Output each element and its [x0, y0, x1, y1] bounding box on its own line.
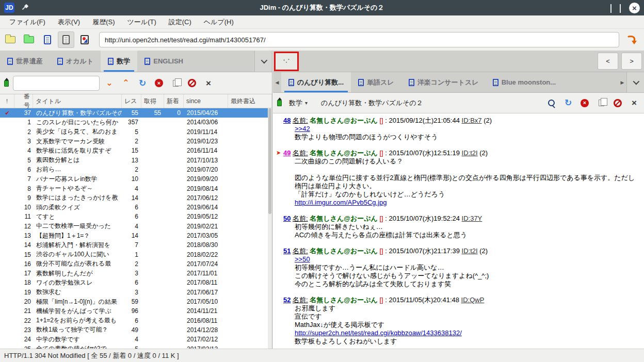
thread-list-row[interactable]: 1 このスレが目についたら何か 357 2014/03/06 [0, 118, 272, 127]
post-number-link[interactable]: 52 [283, 296, 291, 304]
menu-item[interactable]: 設定(C) [164, 16, 197, 28]
post-number-link[interactable]: 48 [283, 117, 291, 124]
maximize-button[interactable] [620, 4, 621, 12]
col-since[interactable]: since [184, 94, 228, 108]
thread-tab[interactable]: 単語スレ [351, 72, 401, 92]
thread-list-button[interactable] [39, 31, 56, 48]
minimize-button[interactable] [610, 4, 611, 12]
thread-list-row[interactable]: 4 数学板に活気を取り戻すぞ 15 2016/11/14 [0, 146, 272, 155]
menu-item[interactable]: 履歴(S) [87, 16, 120, 28]
col-title[interactable]: タイトル [33, 94, 122, 108]
write-pencil-icon[interactable] [3, 78, 10, 88]
post-number-link[interactable]: 51 [283, 247, 291, 255]
close-tab-button[interactable]: × [202, 76, 215, 90]
thread-tab[interactable]: のんびり算数... [281, 72, 351, 92]
board-tab-menu-button[interactable] [254, 51, 272, 72]
post-id-link[interactable]: ID:t2I [462, 247, 478, 255]
thread-list-row[interactable]: 23 数検1級って独学で可能？ 49 2014/12/28 [0, 325, 272, 335]
menu-item[interactable]: ファイル(F) [4, 16, 51, 28]
image-icon [81, 35, 89, 44]
stop-load-button[interactable]: × [152, 76, 166, 90]
thread-list-row[interactable]: 16 微分不可能な点が表れる最 2 2017/07/24 [0, 259, 272, 269]
thread-list-row[interactable]: 9 数学にはまったきっかけを教 14 2017/06/12 [0, 193, 272, 203]
thread-list-row[interactable]: 6 お前ら… 2 2019/07/20 [0, 165, 272, 174]
search-button[interactable] [545, 96, 558, 110]
row-res: 10 [122, 175, 141, 183]
thread-tab[interactable]: Blue moonston... [486, 72, 563, 92]
bbs-list-button[interactable] [2, 31, 19, 48]
col-new[interactable]: 新着 [164, 94, 184, 108]
thread-list-row[interactable]: 10 頭の柔軟クイズ 6 2019/06/14 [0, 203, 272, 212]
board-select[interactable]: 数学 ▾ [286, 96, 311, 110]
url-input[interactable] [99, 32, 619, 47]
favorites-button[interactable] [21, 31, 37, 48]
thread-list-row[interactable]: 2 美少女「ほら見て、私のおま 5 2019/11/14 [0, 127, 272, 137]
thread-tab[interactable]: 洋楽コンサートスレ [401, 72, 486, 92]
search-prev-button[interactable]: ⌃ [119, 76, 133, 90]
thread-tab-menu-button[interactable] [626, 72, 644, 92]
post-id-link[interactable]: ID:QwP [461, 296, 485, 304]
reload-button[interactable]: ↻ [136, 76, 149, 90]
thread-list-row[interactable]: 19 数強求む 3 2017/06/17 [0, 288, 272, 297]
thread-list-row[interactable]: 14 杉浦解析入門・解析演習を 7 2018/08/30 [0, 240, 272, 250]
thread-list-row[interactable]: 8 青チャートやるぞ～ 4 2019/08/14 [0, 184, 272, 193]
post-number-link[interactable]: 50 [283, 215, 291, 222]
thread-list-row[interactable]: 18 ワイの数学勉強スレ 6 2017/08/11 [0, 278, 272, 287]
close-button[interactable]: × [629, 3, 640, 13]
thread-list-row[interactable]: 13 【超難問】1＋1=？ 14 2017/03/05 [0, 231, 272, 240]
image-tab-thumbnail[interactable] [274, 52, 299, 71]
search-next-button[interactable]: ⌄ [103, 76, 116, 90]
thread-list-row[interactable]: 25 全ての素数の積が4π^2で 5 2017/02/12 [0, 344, 272, 349]
delete-log-button[interactable] [611, 96, 624, 110]
thread-list-row[interactable]: 15 渋谷のギャル100人に聞い 1 2018/02/22 [0, 250, 272, 259]
board-tab[interactable]: 数学 [101, 51, 137, 72]
nav-back-button[interactable]: < [598, 53, 618, 70]
tab-scroll-left-button[interactable]: ◀ [273, 72, 281, 92]
thread-list-row[interactable]: 11 てすと 6 2019/05/12 [0, 212, 272, 221]
board-tab[interactable]: ENGLISH [137, 51, 190, 72]
menu-item[interactable]: ヘルプ(H) [199, 16, 239, 28]
col-mark[interactable]: ! [0, 94, 14, 108]
thread-list-row[interactable]: 3 文系数学でマーカン受験 2 2019/01/23 [0, 137, 272, 146]
thread-list-row[interactable]: 12 中二で数検準一級受かった 4 2019/02/21 [0, 222, 272, 231]
post-number-link[interactable]: 49 [283, 149, 291, 157]
board-tab[interactable]: 世界遺産 [0, 51, 50, 72]
stop-load-button[interactable]: × [578, 96, 591, 110]
tab-scroll-right-button[interactable]: ▶ [618, 72, 626, 92]
thread-list-row[interactable]: 7 バナー応募スレin数学 10 2019/09/20 [0, 174, 272, 184]
thread-list-row[interactable]: 21 機械学習をがんばって学ぶ 96 2014/11/21 [0, 306, 272, 316]
board-tab[interactable]: オカルト [50, 51, 101, 72]
open-new-button[interactable] [169, 76, 182, 90]
write-pencil-icon[interactable] [276, 98, 283, 108]
thread-search-input[interactable] [13, 76, 100, 91]
thread-view-button[interactable] [58, 31, 74, 48]
reload-button[interactable]: ↻ [561, 96, 575, 110]
menu-item[interactable]: 表示(V) [53, 16, 85, 28]
thread-list-row[interactable]: ✔ 37 のんびり算数・数学パズルその２ 55 55 0 2015/04/26 [0, 108, 272, 118]
post-id-link[interactable]: ID:37Y [462, 215, 482, 222]
thread-list-row[interactable]: 22 1+1=2をお前らが考える最も 6 2016/08/11 [0, 316, 272, 325]
post-id-link[interactable]: ID:t2I [462, 149, 478, 157]
thread-list-row[interactable]: 17 素数解明したんだが 3 2017/11/01 [0, 269, 272, 278]
open-url-button[interactable] [623, 31, 641, 48]
col-got[interactable]: 取得 [141, 94, 164, 108]
col-last-write[interactable]: 最終書込 [228, 94, 272, 108]
open-new-button[interactable] [594, 96, 608, 110]
thread-list-row[interactable]: 24 中学の数学です 4 2017/02/12 [0, 335, 272, 344]
delete-log-button[interactable] [185, 76, 199, 90]
stop-icon: × [581, 99, 589, 107]
search-icon [548, 99, 556, 107]
thread-list-row[interactable]: 20 極限「lim[n→1-0](n)」の結果 59 2017/05/10 [0, 297, 272, 306]
thread-list-row[interactable]: 5 素因数分解とは 13 2017/10/13 [0, 155, 272, 164]
thread-list-scrollbar[interactable] [268, 108, 272, 349]
post-id-link[interactable]: ID:Bx7 [462, 117, 482, 124]
col-res[interactable]: レス [122, 94, 141, 108]
close-tab-button[interactable]: × [627, 96, 641, 110]
col-number[interactable]: 番号 [14, 94, 33, 108]
scrollbar-thumb[interactable] [268, 108, 271, 214]
menu-item[interactable]: ツール(T) [122, 16, 162, 28]
nav-forward-button[interactable]: > [621, 53, 642, 70]
image-view-button[interactable] [76, 31, 93, 48]
post-mail: [] [379, 296, 383, 304]
jdim-window: JD JDim - のんびり算数・数学パズルその２ × ファイル(F)表示(V)… [0, 0, 644, 362]
